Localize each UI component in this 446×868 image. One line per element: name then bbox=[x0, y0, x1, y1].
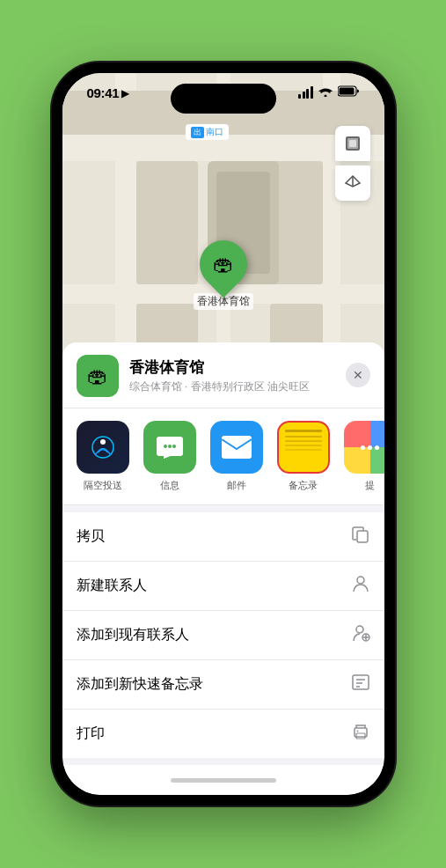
signal-icon bbox=[298, 86, 313, 99]
svg-point-7 bbox=[164, 445, 167, 448]
copy-icon bbox=[351, 525, 370, 548]
status-time: 09:41 bbox=[87, 85, 120, 100]
svg-point-6 bbox=[100, 439, 106, 445]
more-icon bbox=[344, 421, 384, 474]
action-list: 拷贝 新建联系人 bbox=[62, 512, 384, 758]
svg-rect-10 bbox=[222, 436, 252, 459]
share-row: 隔空投送 信息 bbox=[62, 408, 384, 505]
svg-point-8 bbox=[168, 445, 172, 448]
stadium-pin[interactable]: 🏟 香港体育馆 bbox=[194, 240, 253, 310]
svg-rect-4 bbox=[349, 140, 356, 147]
share-item-notes[interactable]: 备忘录 bbox=[277, 421, 330, 492]
mail-icon bbox=[210, 421, 263, 474]
share-item-more[interactable]: 提 bbox=[344, 421, 384, 492]
entrance-badge: 出 bbox=[191, 127, 204, 138]
home-indicator-bar bbox=[171, 778, 276, 783]
share-item-airdrop[interactable]: 隔空投送 bbox=[77, 421, 129, 492]
notes-label: 备忘录 bbox=[289, 479, 318, 492]
svg-point-12 bbox=[357, 577, 364, 584]
venue-detail: 综合体育馆 · 香港特别行政区 油尖旺区 bbox=[129, 379, 370, 394]
pin-bubble: 🏟 bbox=[189, 231, 256, 298]
notes-icon bbox=[277, 421, 330, 474]
location-button[interactable] bbox=[335, 166, 370, 201]
messages-icon bbox=[143, 421, 196, 474]
action-print-label: 打印 bbox=[77, 725, 105, 743]
action-new-contact-label: 新建联系人 bbox=[77, 577, 147, 595]
print-icon bbox=[351, 722, 370, 746]
airdrop-icon bbox=[77, 421, 129, 474]
venue-info: 香港体育馆 综合体育馆 · 香港特别行政区 油尖旺区 bbox=[129, 357, 370, 394]
action-quick-note[interactable]: 添加到新快速备忘录 bbox=[62, 660, 384, 710]
wifi-icon bbox=[318, 85, 333, 99]
venue-icon: 🏟 bbox=[77, 355, 119, 397]
action-quick-note-label: 添加到新快速备忘录 bbox=[77, 675, 203, 694]
action-add-contact-label: 添加到现有联系人 bbox=[77, 626, 189, 644]
south-entrance-label: 出 南口 bbox=[186, 124, 229, 140]
map-layers-button[interactable] bbox=[335, 126, 370, 161]
map-button-group bbox=[335, 126, 370, 201]
location-arrow-icon: ▶ bbox=[121, 87, 129, 99]
svg-point-9 bbox=[172, 445, 176, 448]
action-print[interactable]: 打印 bbox=[62, 710, 384, 758]
close-button[interactable]: ✕ bbox=[346, 363, 370, 387]
airdrop-label: 隔空投送 bbox=[84, 479, 122, 492]
svg-rect-22 bbox=[356, 733, 365, 739]
status-icons bbox=[298, 85, 360, 99]
svg-rect-1 bbox=[339, 88, 354, 95]
more-label: 提 bbox=[365, 479, 375, 492]
bottom-sheet: 🏟 香港体育馆 综合体育馆 · 香港特别行政区 油尖旺区 ✕ bbox=[62, 342, 384, 795]
action-copy-label: 拷贝 bbox=[77, 527, 105, 546]
messages-label: 信息 bbox=[160, 479, 179, 492]
action-copy[interactable]: 拷贝 bbox=[62, 512, 384, 562]
dynamic-island bbox=[171, 84, 276, 114]
sheet-header: 🏟 香港体育馆 综合体育馆 · 香港特别行政区 油尖旺区 ✕ bbox=[62, 342, 384, 408]
venue-name: 香港体育馆 bbox=[129, 357, 370, 378]
phone-frame: 09:41 ▶ bbox=[52, 63, 395, 805]
share-item-messages[interactable]: 信息 bbox=[143, 421, 196, 492]
share-item-mail[interactable]: 邮件 bbox=[210, 421, 263, 492]
svg-point-13 bbox=[356, 626, 363, 633]
home-indicator bbox=[62, 765, 384, 795]
action-new-contact[interactable]: 新建联系人 bbox=[62, 562, 384, 611]
battery-icon bbox=[338, 85, 360, 99]
action-add-contact[interactable]: 添加到现有联系人 bbox=[62, 611, 384, 660]
add-contact-icon bbox=[351, 623, 370, 647]
mail-label: 邮件 bbox=[227, 479, 246, 492]
phone-screen: 09:41 ▶ bbox=[62, 73, 384, 795]
new-contact-icon bbox=[351, 574, 370, 598]
svg-point-23 bbox=[356, 731, 358, 732]
svg-rect-11 bbox=[357, 531, 368, 542]
svg-rect-17 bbox=[353, 675, 369, 689]
quick-note-icon bbox=[351, 673, 370, 696]
pin-stadium-icon: 🏟 bbox=[213, 252, 234, 276]
